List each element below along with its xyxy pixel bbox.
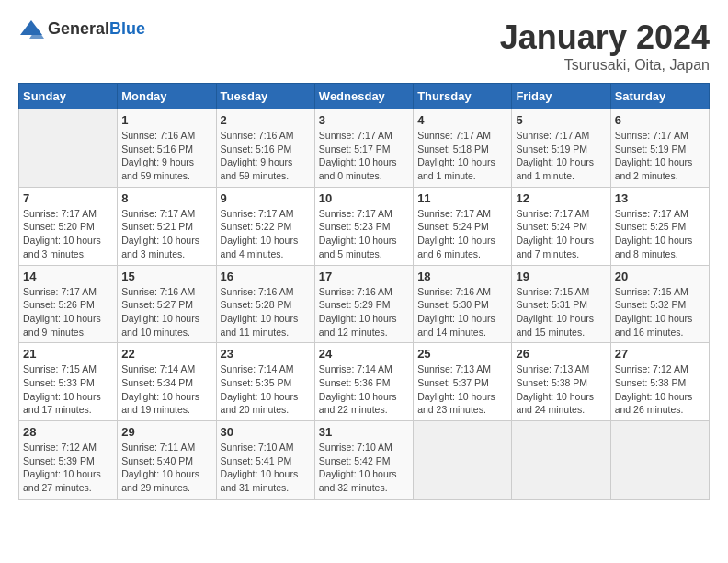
day-number: 25: [417, 347, 507, 361]
calendar-cell: 20Sunrise: 7:15 AMSunset: 5:32 PMDayligh…: [610, 265, 709, 343]
day-info: Sunrise: 7:10 AMSunset: 5:41 PMDaylight:…: [221, 441, 311, 495]
calendar-cell: 1Sunrise: 7:16 AMSunset: 5:16 PMDaylight…: [118, 109, 216, 188]
day-number: 10: [319, 191, 409, 205]
day-info: Sunrise: 7:10 AMSunset: 5:42 PMDaylight:…: [319, 441, 409, 495]
day-info: Sunrise: 7:13 AMSunset: 5:37 PMDaylight:…: [417, 362, 507, 417]
calendar-cell: 6Sunrise: 7:17 AMSunset: 5:19 PMDaylight…: [610, 109, 709, 188]
calendar-cell: 29Sunrise: 7:11 AMSunset: 5:40 PMDayligh…: [118, 421, 216, 500]
day-number: 8: [121, 191, 211, 205]
calendar-cell: 2Sunrise: 7:16 AMSunset: 5:16 PMDaylight…: [216, 109, 314, 188]
day-number: 18: [417, 270, 507, 283]
calendar-cell: 10Sunrise: 7:17 AMSunset: 5:23 PMDayligh…: [314, 187, 413, 265]
day-number: 23: [221, 347, 311, 361]
day-number: 5: [516, 113, 606, 127]
calendar-cell: 18Sunrise: 7:16 AMSunset: 5:30 PMDayligh…: [414, 265, 512, 343]
location-subtitle: Tsurusaki, Oita, Japan: [500, 57, 710, 74]
day-number: 14: [23, 270, 113, 283]
week-row-1: 7Sunrise: 7:17 AMSunset: 5:20 PMDaylight…: [19, 187, 710, 265]
day-info: Sunrise: 7:16 AMSunset: 5:16 PMDaylight:…: [121, 129, 211, 183]
day-number: 31: [319, 425, 409, 439]
header-day-thursday: Thursday: [414, 84, 512, 109]
calendar-cell: 14Sunrise: 7:17 AMSunset: 5:26 PMDayligh…: [19, 265, 118, 343]
day-number: 28: [23, 425, 113, 439]
days-header-row: SundayMondayTuesdayWednesdayThursdayFrid…: [19, 84, 710, 109]
day-info: Sunrise: 7:17 AMSunset: 5:19 PMDaylight:…: [516, 129, 606, 183]
day-number: 26: [516, 347, 606, 361]
day-info: Sunrise: 7:17 AMSunset: 5:18 PMDaylight:…: [417, 129, 507, 183]
calendar-cell: 11Sunrise: 7:17 AMSunset: 5:24 PMDayligh…: [414, 187, 512, 265]
day-number: 19: [516, 270, 606, 283]
day-info: Sunrise: 7:12 AMSunset: 5:38 PMDaylight:…: [615, 362, 705, 417]
day-info: Sunrise: 7:14 AMSunset: 5:34 PMDaylight:…: [121, 362, 211, 417]
day-info: Sunrise: 7:16 AMSunset: 5:16 PMDaylight:…: [221, 129, 311, 183]
week-row-0: 1Sunrise: 7:16 AMSunset: 5:16 PMDaylight…: [19, 109, 710, 188]
calendar-cell: 3Sunrise: 7:17 AMSunset: 5:17 PMDaylight…: [314, 109, 413, 188]
day-info: Sunrise: 7:16 AMSunset: 5:28 PMDaylight:…: [221, 285, 311, 339]
day-number: 17: [319, 270, 409, 283]
calendar-cell: 26Sunrise: 7:13 AMSunset: 5:38 PMDayligh…: [512, 343, 610, 421]
day-info: Sunrise: 7:15 AMSunset: 5:31 PMDaylight:…: [516, 285, 606, 339]
day-number: 20: [615, 270, 705, 283]
calendar-cell: 13Sunrise: 7:17 AMSunset: 5:25 PMDayligh…: [610, 187, 709, 265]
day-number: 4: [417, 113, 507, 127]
calendar-cell: 27Sunrise: 7:12 AMSunset: 5:38 PMDayligh…: [610, 343, 709, 421]
day-info: Sunrise: 7:17 AMSunset: 5:26 PMDaylight:…: [23, 285, 113, 339]
calendar-cell: 31Sunrise: 7:10 AMSunset: 5:42 PMDayligh…: [314, 421, 413, 500]
day-info: Sunrise: 7:15 AMSunset: 5:32 PMDaylight:…: [615, 285, 705, 339]
header-day-monday: Monday: [118, 84, 216, 109]
logo-general: General: [48, 19, 109, 38]
calendar-cell: 7Sunrise: 7:17 AMSunset: 5:20 PMDaylight…: [19, 187, 118, 265]
day-number: 3: [319, 113, 409, 127]
day-info: Sunrise: 7:17 AMSunset: 5:22 PMDaylight:…: [221, 207, 311, 261]
calendar-table: SundayMondayTuesdayWednesdayThursdayFrid…: [18, 83, 710, 500]
day-number: 7: [23, 191, 113, 205]
logo: GeneralBlue: [18, 18, 145, 39]
day-number: 13: [615, 191, 705, 205]
week-row-2: 14Sunrise: 7:17 AMSunset: 5:26 PMDayligh…: [19, 265, 710, 343]
calendar-cell: 25Sunrise: 7:13 AMSunset: 5:37 PMDayligh…: [414, 343, 512, 421]
day-number: 1: [121, 113, 211, 127]
day-number: 16: [221, 270, 311, 283]
day-number: 24: [319, 347, 409, 361]
calendar-cell: [19, 109, 118, 188]
header-day-sunday: Sunday: [19, 84, 118, 109]
day-info: Sunrise: 7:16 AMSunset: 5:27 PMDaylight:…: [121, 285, 211, 339]
calendar-cell: 16Sunrise: 7:16 AMSunset: 5:28 PMDayligh…: [216, 265, 314, 343]
day-number: 21: [23, 347, 113, 361]
day-number: 6: [615, 113, 705, 127]
day-info: Sunrise: 7:17 AMSunset: 5:21 PMDaylight:…: [121, 207, 211, 261]
day-number: 27: [615, 347, 705, 361]
week-row-3: 21Sunrise: 7:15 AMSunset: 5:33 PMDayligh…: [19, 343, 710, 421]
day-info: Sunrise: 7:17 AMSunset: 5:19 PMDaylight:…: [615, 129, 705, 183]
calendar-cell: 30Sunrise: 7:10 AMSunset: 5:41 PMDayligh…: [216, 421, 314, 500]
calendar-cell: 17Sunrise: 7:16 AMSunset: 5:29 PMDayligh…: [314, 265, 413, 343]
calendar-cell: 28Sunrise: 7:12 AMSunset: 5:39 PMDayligh…: [19, 421, 118, 500]
calendar-cell: [610, 421, 709, 500]
header-day-saturday: Saturday: [610, 84, 709, 109]
calendar-cell: 4Sunrise: 7:17 AMSunset: 5:18 PMDaylight…: [414, 109, 512, 188]
calendar-cell: [512, 421, 610, 500]
calendar-cell: 21Sunrise: 7:15 AMSunset: 5:33 PMDayligh…: [19, 343, 118, 421]
header: GeneralBlue January 2024 Tsurusaki, Oita…: [18, 18, 710, 74]
header-day-tuesday: Tuesday: [216, 84, 314, 109]
day-info: Sunrise: 7:17 AMSunset: 5:24 PMDaylight:…: [417, 207, 507, 261]
day-info: Sunrise: 7:16 AMSunset: 5:29 PMDaylight:…: [319, 285, 409, 339]
header-day-friday: Friday: [512, 84, 610, 109]
week-row-4: 28Sunrise: 7:12 AMSunset: 5:39 PMDayligh…: [19, 421, 710, 500]
calendar-cell: 23Sunrise: 7:14 AMSunset: 5:35 PMDayligh…: [216, 343, 314, 421]
day-info: Sunrise: 7:12 AMSunset: 5:39 PMDaylight:…: [23, 441, 113, 495]
calendar-cell: 5Sunrise: 7:17 AMSunset: 5:19 PMDaylight…: [512, 109, 610, 188]
logo-icon: [18, 18, 44, 39]
day-info: Sunrise: 7:15 AMSunset: 5:33 PMDaylight:…: [23, 362, 113, 417]
calendar-cell: 12Sunrise: 7:17 AMSunset: 5:24 PMDayligh…: [512, 187, 610, 265]
calendar-cell: 24Sunrise: 7:14 AMSunset: 5:36 PMDayligh…: [314, 343, 413, 421]
day-info: Sunrise: 7:17 AMSunset: 5:23 PMDaylight:…: [319, 207, 409, 261]
calendar-cell: 22Sunrise: 7:14 AMSunset: 5:34 PMDayligh…: [118, 343, 216, 421]
header-day-wednesday: Wednesday: [314, 84, 413, 109]
day-number: 12: [516, 191, 606, 205]
day-number: 2: [221, 113, 311, 127]
day-info: Sunrise: 7:16 AMSunset: 5:30 PMDaylight:…: [417, 285, 507, 339]
day-number: 29: [121, 425, 211, 439]
calendar-cell: 9Sunrise: 7:17 AMSunset: 5:22 PMDaylight…: [216, 187, 314, 265]
day-number: 9: [221, 191, 311, 205]
